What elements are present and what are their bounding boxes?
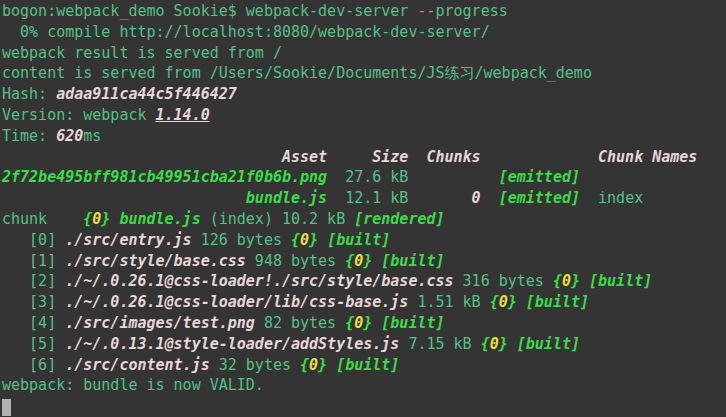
terminal-line: webpack result is served from / — [2, 43, 726, 64]
text-segment: { — [345, 252, 354, 270]
terminal-line: Hash: adaa911ca44c5f446427 — [2, 84, 726, 105]
text-segment: { — [490, 293, 499, 311]
text-segment: [4] — [2, 314, 65, 332]
text-segment: chunk — [2, 210, 83, 228]
text-segment: (index) 10.2 kB — [201, 210, 355, 228]
terminal-line: webpack: bundle is now VALID. — [2, 375, 726, 396]
text-segment: 620 — [56, 127, 83, 145]
text-segment: } — [309, 231, 318, 249]
text-segment: Version: webpack — [2, 106, 156, 124]
text-segment: { — [300, 356, 309, 374]
text-segment: Time: — [2, 127, 56, 145]
text-segment: Asset Size Chunks Chunk Names — [2, 148, 697, 166]
text-segment: [5] — [2, 335, 65, 353]
terminal-line: [2] ./~/.0.26.1@css-loader!./src/style/b… — [2, 271, 726, 292]
text-segment: { — [553, 272, 562, 290]
terminal-line: chunk {0} bundle.js (index) 10.2 kB [ren… — [2, 209, 726, 230]
text-segment — [372, 252, 381, 270]
text-segment: { — [291, 231, 300, 249]
text-segment: [built] — [336, 356, 399, 374]
text-segment: index — [580, 189, 643, 207]
text-segment: ./~/.0.26.1@css-loader/lib/css-base.js — [65, 293, 408, 311]
terminal-cursor — [2, 399, 11, 416]
terminal-line: [1] ./src/style/base.css 948 bytes {0} [… — [2, 251, 726, 272]
text-segment: 2f72be495bff981cb49951cba21f0b6b.png — [2, 168, 327, 186]
text-segment — [517, 293, 526, 311]
text-segment: 27.6 kB — [327, 168, 499, 186]
text-segment: webpack: bundle is now VALID. — [2, 376, 264, 394]
text-segment: [emitted] — [499, 189, 580, 207]
text-segment: Hash: — [2, 85, 56, 103]
text-segment: 0 — [408, 189, 480, 207]
text-segment: ./src/style/base.css — [65, 252, 246, 270]
text-segment: adaa911ca44c5f446427 — [56, 85, 237, 103]
terminal-line: content is served from /Users/Sookie/Doc… — [2, 63, 726, 84]
text-segment: } — [318, 356, 327, 374]
text-segment: 7.15 kB — [399, 335, 480, 353]
text-segment: [built] — [381, 252, 444, 270]
terminal-line: bundle.js 12.1 kB 0 [emitted] index — [2, 188, 726, 209]
text-segment: 0 — [354, 314, 363, 332]
text-segment — [372, 314, 381, 332]
text-segment: { — [345, 314, 354, 332]
text-segment — [327, 356, 336, 374]
text-segment: 12.1 kB — [327, 189, 408, 207]
text-segment: [built] — [327, 231, 390, 249]
text-segment: } — [363, 252, 372, 270]
terminal-line: 0% compile http://localhost:8080/webpack… — [2, 22, 726, 43]
terminal-line: Time: 620ms — [2, 126, 726, 147]
text-segment: bundle.js — [246, 189, 327, 207]
text-segment: [6] — [2, 356, 65, 374]
text-segment: 1.51 kB — [408, 293, 489, 311]
text-segment: 316 bytes — [454, 272, 553, 290]
text-segment: 0 — [300, 231, 309, 249]
text-segment: 1.14.0 — [156, 106, 210, 124]
text-segment — [2, 189, 246, 207]
terminal-line: [4] ./src/images/test.png 82 bytes {0} [… — [2, 313, 726, 334]
text-segment: [1] — [2, 252, 65, 270]
terminal-output: bogon:webpack_demo Sookie$ webpack-dev-s… — [0, 0, 726, 417]
text-segment: 0 — [490, 335, 499, 353]
text-segment: bundle.js — [119, 210, 200, 228]
terminal-line: bogon:webpack_demo Sookie$ webpack-dev-s… — [2, 1, 726, 22]
text-segment: content is served from /Users/Sookie/Doc… — [2, 64, 592, 82]
text-segment: [emitted] — [499, 168, 580, 186]
text-segment: bogon:webpack_demo Sookie$ webpack-dev-s… — [2, 2, 508, 20]
text-segment: 0 — [562, 272, 571, 290]
terminal-line: Asset Size Chunks Chunk Names — [2, 147, 726, 168]
terminal-window[interactable]: bogon:webpack_demo Sookie$ webpack-dev-s… — [0, 0, 726, 417]
text-segment: 0% compile http://localhost:8080/webpack… — [2, 23, 490, 41]
text-segment: } — [571, 272, 580, 290]
text-segment: [0] — [2, 231, 65, 249]
text-segment: ./src/images/test.png — [65, 314, 255, 332]
text-segment: { — [83, 210, 92, 228]
text-segment: 32 bytes — [210, 356, 300, 374]
text-segment: } — [499, 335, 508, 353]
text-segment: ./~/.0.26.1@css-loader!./src/style/base.… — [65, 272, 453, 290]
text-segment — [481, 189, 499, 207]
text-segment — [580, 272, 589, 290]
text-segment: ./src/content.js — [65, 356, 210, 374]
terminal-line: [6] ./src/content.js 32 bytes {0} [built… — [2, 355, 726, 376]
text-segment: [rendered] — [354, 210, 444, 228]
terminal-line — [2, 396, 726, 417]
text-segment: 82 bytes — [255, 314, 345, 332]
text-segment: 0 — [309, 356, 318, 374]
text-segment: [built] — [517, 335, 580, 353]
text-segment — [508, 335, 517, 353]
terminal-line: [0] ./src/entry.js 126 bytes {0} [built] — [2, 230, 726, 251]
text-segment: [2] — [2, 272, 65, 290]
terminal-line: Version: webpack 1.14.0 — [2, 105, 726, 126]
text-segment: { — [481, 335, 490, 353]
text-segment: ms — [83, 127, 101, 145]
terminal-line: [3] ./~/.0.26.1@css-loader/lib/css-base.… — [2, 292, 726, 313]
text-segment: 948 bytes — [246, 252, 345, 270]
text-segment: ./~/.0.13.1@style-loader/addStyles.js — [65, 335, 399, 353]
text-segment — [318, 231, 327, 249]
text-segment: webpack result is served from / — [2, 44, 282, 62]
text-segment: [built] — [381, 314, 444, 332]
terminal-line: [5] ./~/.0.13.1@style-loader/addStyles.j… — [2, 334, 726, 355]
text-segment: 0 — [92, 210, 101, 228]
text-segment: ./src/entry.js — [65, 231, 191, 249]
text-segment: [3] — [2, 293, 65, 311]
